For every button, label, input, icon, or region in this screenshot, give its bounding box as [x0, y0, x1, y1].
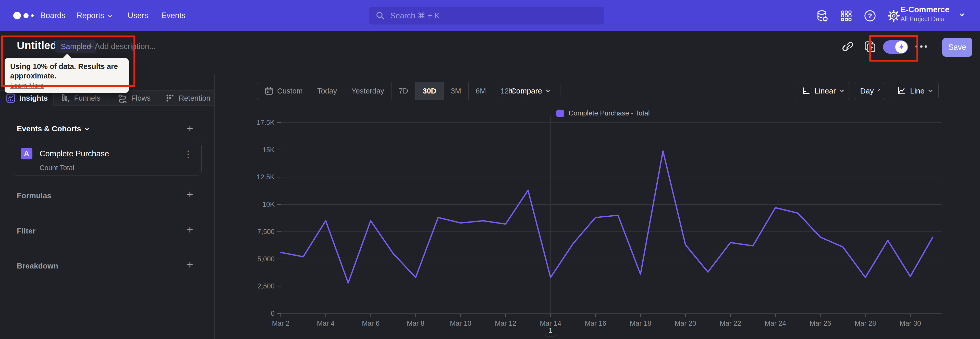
- chart-legend[interactable]: Complete Purchase - Total: [556, 109, 650, 117]
- project-selector[interactable]: E-Commerce All Project Data: [900, 5, 950, 23]
- svg-text:2,500: 2,500: [257, 282, 275, 290]
- insights-line-chart: 02,5005,0007,50010K12.5K15K17.5KMar 2Mar…: [0, 0, 980, 339]
- apps-grid-icon[interactable]: [840, 9, 853, 22]
- svg-text:Mar 6: Mar 6: [362, 320, 380, 327]
- svg-text:Mar 26: Mar 26: [810, 320, 831, 327]
- svg-text:5,000: 5,000: [257, 255, 275, 263]
- settings-gear-icon[interactable]: [887, 9, 900, 22]
- svg-text:Mar 16: Mar 16: [585, 320, 606, 327]
- annotation-box-title: [1, 35, 135, 87]
- svg-text:10K: 10K: [262, 200, 275, 208]
- svg-text:Mar 10: Mar 10: [450, 320, 471, 327]
- chevron-down-icon: [107, 13, 112, 18]
- svg-text:0: 0: [271, 310, 275, 317]
- svg-text:17.5K: 17.5K: [256, 119, 275, 126]
- search-placeholder: Search ⌘ + K: [390, 11, 440, 21]
- project-name: E-Commerce: [900, 5, 950, 15]
- annotation-box-toggle: [869, 35, 918, 62]
- svg-text:7,500: 7,500: [257, 228, 275, 235]
- svg-text:Mar 8: Mar 8: [407, 320, 425, 327]
- svg-text:Mar 12: Mar 12: [495, 320, 516, 327]
- search-input[interactable]: Search ⌘ + K: [369, 6, 605, 24]
- svg-text:Mar 20: Mar 20: [675, 320, 696, 327]
- legend-label: Complete Purchase - Total: [569, 109, 650, 117]
- svg-text:Mar 18: Mar 18: [630, 320, 651, 327]
- mixpanel-logo-icon[interactable]: [13, 11, 41, 21]
- svg-text:Mar 2: Mar 2: [272, 320, 290, 327]
- svg-text:Mar 4: Mar 4: [317, 320, 334, 327]
- svg-text:Mar 22: Mar 22: [720, 320, 741, 327]
- svg-text:Mar 28: Mar 28: [855, 320, 876, 327]
- svg-text:?: ?: [868, 12, 872, 20]
- svg-text:Mar 30: Mar 30: [900, 320, 921, 327]
- svg-text:12.5K: 12.5K: [256, 173, 275, 181]
- chevron-down-icon: [959, 12, 964, 16]
- data-management-icon[interactable]: [816, 9, 829, 22]
- top-nav: Boards Reports Users Events Search ⌘ + K: [0, 0, 980, 31]
- svg-text:15K: 15K: [262, 146, 275, 154]
- help-icon[interactable]: ?: [863, 9, 877, 22]
- nav-item-boards[interactable]: Boards: [40, 0, 65, 31]
- nav-item-users[interactable]: Users: [127, 0, 148, 31]
- search-icon: [375, 11, 385, 21]
- project-scope: All Project Data: [900, 15, 950, 23]
- svg-text:Mar 24: Mar 24: [765, 320, 786, 327]
- legend-swatch: [556, 110, 564, 117]
- nav-item-events[interactable]: Events: [161, 0, 186, 31]
- nav-item-reports[interactable]: Reports: [76, 0, 111, 31]
- svg-text:Mar 14: Mar 14: [540, 320, 561, 327]
